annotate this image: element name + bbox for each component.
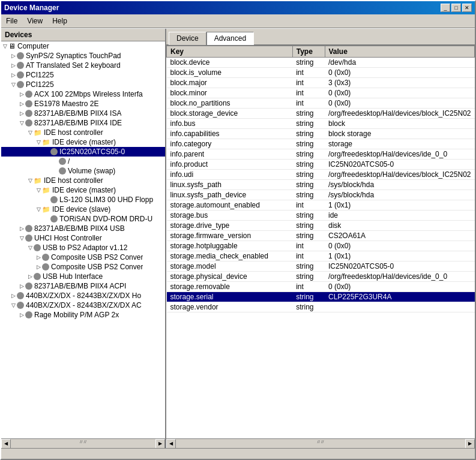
table-row[interactable]: storage.media_check_enabledint1 (0x1) <box>167 251 475 261</box>
tab-device[interactable]: Device <box>169 32 206 45</box>
expand-arrow-uhci_ctrl[interactable]: ▽ <box>18 235 25 241</box>
cell-value: block storage <box>325 129 474 139</box>
table-row[interactable]: block.no_partitionsint0 (0x0) <box>167 98 475 109</box>
table-row[interactable]: storage.firmware_versionstringCS2OA61A <box>167 231 475 241</box>
table-row[interactable]: block.storage_devicestring/org/freedeskt… <box>167 109 475 119</box>
expand-arrow-usb_hub[interactable]: ▷ <box>26 273 34 279</box>
tree-item-ide_host1[interactable]: ▽📁IDE host controller <box>1 128 165 137</box>
tree-item-slash[interactable]: / <box>1 157 165 166</box>
expand-arrow-usb_ps2[interactable]: ▽ <box>26 245 34 251</box>
expand-arrow-ide_master2[interactable]: ▽ <box>35 187 42 193</box>
tree-item-keyboard[interactable]: ▷AT Translated Set 2 keyboard <box>1 61 165 70</box>
menu-help[interactable]: Help <box>47 16 72 26</box>
tree-item-usb_ps2[interactable]: ▽USB to PS2 Adaptor v1.12 <box>1 243 165 252</box>
tree-scroll[interactable]: ▽🖥Computer▷SynPS/2 Synaptics TouchPad▷AT… <box>1 41 165 438</box>
table-row[interactable]: storage.vendorstring <box>167 302 475 312</box>
close-button[interactable]: ✕ <box>462 4 472 12</box>
table-row[interactable]: info.busstringblock <box>167 119 475 129</box>
table-row[interactable]: info.productstringIC25N020ATCS05-0 <box>167 160 475 170</box>
expand-arrow-composite2[interactable]: ▷ <box>35 264 42 270</box>
expand-arrow-ide_master1[interactable]: ▽ <box>35 139 42 145</box>
expand-arrow-ide_host1[interactable]: ▽ <box>26 130 34 136</box>
expand-arrow-bx443b[interactable]: ▽ <box>10 302 17 308</box>
tree-item-ic25n020[interactable]: IC25N020ATCS05-0 <box>1 147 165 157</box>
table-row[interactable]: linux.sysfs_path_devicestring/sys/block/… <box>167 190 475 200</box>
table-row[interactable]: storage.removableint0 (0x0) <box>167 282 475 292</box>
tree-item-piix4_isa[interactable]: ▷82371AB/EB/MB PIIX4 ISA <box>1 109 165 118</box>
tree-item-computer[interactable]: ▽🖥Computer <box>1 41 165 51</box>
tree-item-pci1225a[interactable]: ▷PCI1225 <box>1 70 165 80</box>
table-row[interactable]: storage.serialstringCLP225F2G3UR4A <box>167 292 475 302</box>
expand-arrow-ide_slave[interactable]: ▽ <box>35 206 42 212</box>
tree-item-piix4_usb[interactable]: ▷82371AB/EB/MB PIIX4 USB <box>1 224 165 233</box>
expand-arrow-synaptics[interactable]: ▷ <box>10 53 17 59</box>
table-row[interactable]: block.is_volumeint0 (0x0) <box>167 68 475 78</box>
tree-item-ide_master1[interactable]: ▽📁IDE device (master) <box>1 137 165 147</box>
tree-item-acx100[interactable]: ▷ACX 100 22Mbps Wireless Interfa <box>1 89 165 99</box>
tree-label-acx100: ACX 100 22Mbps Wireless Interfa <box>34 90 143 98</box>
table-row[interactable]: info.categorystringstorage <box>167 139 475 149</box>
tree-item-torisan[interactable]: TORiSAN DVD-ROM DRD-U <box>1 214 165 224</box>
cell-value: /org/freedesktop/Hal/devices/block_IC25N… <box>325 109 474 119</box>
expand-arrow-acx100[interactable]: ▷ <box>18 91 25 97</box>
tree-item-bx443a[interactable]: ▷440BX/ZX/DX - 82443BX/ZX/DX Ho <box>1 291 165 300</box>
expand-arrow-pci1225b[interactable]: ▽ <box>10 82 17 88</box>
menu-file[interactable]: File <box>1 16 22 26</box>
tree-item-ide_slave[interactable]: ▽📁IDE device (slave) <box>1 205 165 214</box>
scroll-right-btn[interactable]: ▶ <box>155 439 165 449</box>
tree-item-es1978[interactable]: ▷ES1978 Maestro 2E <box>1 99 165 109</box>
expand-arrow-pci1225a[interactable]: ▷ <box>10 72 17 78</box>
expand-arrow-rage[interactable]: ▷ <box>18 312 25 318</box>
table-row[interactable]: block.majorint3 (0x3) <box>167 78 475 88</box>
table-row[interactable]: linux.sysfs_pathstring/sys/block/hda <box>167 180 475 190</box>
tree-item-rage[interactable]: ▷Rage Mobility P/M AGP 2x <box>1 310 165 320</box>
maximize-button[interactable]: □ <box>451 4 461 12</box>
expand-arrow-es1978[interactable]: ▷ <box>18 101 25 107</box>
expand-arrow-bx443a[interactable]: ▷ <box>10 293 17 299</box>
tab-advanced[interactable]: Advanced <box>206 32 254 45</box>
table-row[interactable]: block.minorint0 (0x0) <box>167 88 475 98</box>
expand-arrow-piix4_acpi[interactable]: ▷ <box>18 283 25 289</box>
menu-view[interactable]: View <box>22 16 47 26</box>
table-row[interactable]: storage.drive_typestringdisk <box>167 221 475 231</box>
tree-item-ide_master2[interactable]: ▽📁IDE device (master) <box>1 185 165 195</box>
tree-item-bx443b[interactable]: ▽440BX/ZX/DX - 82443BX/ZX/DX AC <box>1 300 165 310</box>
cell-type: string <box>292 302 325 312</box>
scroll-left-btn[interactable]: ◀ <box>1 439 11 449</box>
tree-item-composite2[interactable]: ▷Composite USB PS2 Conver <box>1 262 165 272</box>
cell-key: block.storage_device <box>167 109 293 119</box>
table-row[interactable]: info.capabilitiesstringblock storage <box>167 129 475 139</box>
expand-arrow-piix4_usb[interactable]: ▷ <box>18 226 25 231</box>
tree-item-pci1225b[interactable]: ▽PCI1225 <box>1 80 165 89</box>
folder-icon: 📁 <box>42 206 50 214</box>
table-row[interactable]: storage.physical_devicestring/org/freede… <box>167 272 475 282</box>
table-row[interactable]: storage.modelstringIC25N020ATCS05-0 <box>167 261 475 272</box>
expand-arrow-piix4_isa[interactable]: ▷ <box>18 110 25 116</box>
tree-item-piix4_ide[interactable]: ▽82371AB/EB/MB PIIX4 IDE <box>1 118 165 128</box>
tree-item-composite1[interactable]: ▷Composite USB PS2 Conver <box>1 252 165 262</box>
table-row[interactable]: storage.busstringide <box>167 211 475 221</box>
tree-item-synaptics[interactable]: ▷SynPS/2 Synaptics TouchPad <box>1 51 165 61</box>
tree-item-ls120[interactable]: LS-120 SLIM3 00 UHD Flopp <box>1 195 165 205</box>
table-row[interactable]: block.devicestring/dev/hda <box>167 58 475 68</box>
tree-item-usb_hub[interactable]: ▷USB Hub Interface <box>1 272 165 281</box>
table-row[interactable]: info.udistring/org/freedesktop/Hal/devic… <box>167 170 475 180</box>
cell-type: string <box>292 149 325 160</box>
expand-arrow-composite1[interactable]: ▷ <box>35 254 42 260</box>
minimize-button[interactable]: _ <box>441 4 450 12</box>
right-scroll-left-btn[interactable]: ◀ <box>166 439 176 449</box>
folder-icon: 📁 <box>42 139 50 146</box>
tree-item-ide_host2[interactable]: ▽📁IDE host controller <box>1 176 165 185</box>
tree-item-piix4_acpi[interactable]: ▷82371AB/EB/MB PIIX4 ACPI <box>1 281 165 291</box>
table-row[interactable]: storage.automount_enabledint1 (0x1) <box>167 200 475 211</box>
expand-arrow-computer[interactable]: ▽ <box>1 43 8 49</box>
expand-arrow-keyboard[interactable]: ▷ <box>10 62 17 68</box>
tree-item-uhci_ctrl[interactable]: ▽UHCI Host Controller <box>1 233 165 243</box>
table-row[interactable]: info.parentstring/org/freedesktop/Hal/de… <box>167 149 475 160</box>
table-row[interactable]: storage.hotpluggableint0 (0x0) <box>167 241 475 251</box>
right-scroll-right-btn[interactable]: ▶ <box>465 439 475 449</box>
expand-arrow-ide_host2[interactable]: ▽ <box>26 178 34 184</box>
expand-arrow-piix4_ide[interactable]: ▽ <box>18 120 25 126</box>
tree-item-volume_swap[interactable]: Volume (swap) <box>1 166 165 176</box>
table-scroll[interactable]: Key Type Value block.devicestring/dev/hd… <box>166 46 475 438</box>
